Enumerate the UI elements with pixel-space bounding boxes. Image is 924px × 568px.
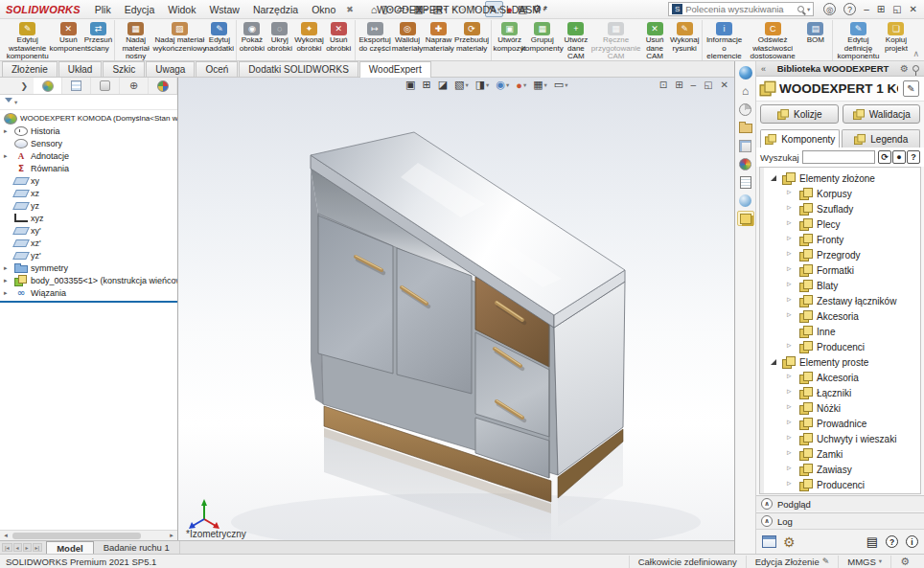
library-tree-item[interactable]: Szuflady — [766, 201, 920, 216]
pin-menu-icon[interactable]: ✚ — [344, 3, 356, 15]
rollback-bar[interactable] — [0, 301, 177, 303]
ribbon-button[interactable]: ◌ Ukryj obróbki — [266, 20, 294, 60]
ribbon-tab[interactable]: Szkic — [103, 61, 145, 77]
search-input[interactable] — [685, 4, 795, 14]
ribbon-button[interactable]: ⇄ Przesuń ściany — [83, 20, 112, 60]
headsup-button[interactable]: ▧ — [452, 79, 471, 91]
library-tree-item[interactable]: Blaty — [766, 278, 920, 293]
chevron-up-icon[interactable]: ∧ — [761, 515, 773, 527]
ribbon-button[interactable]: ▦ Grupuj komponenty — [525, 20, 560, 60]
feature-tree-item[interactable]: ▸ Równania — [0, 162, 177, 174]
ribbon-button[interactable]: ✕ Usuń obróbki — [324, 20, 353, 60]
library-tree-item[interactable]: Formatki — [766, 262, 920, 278]
ribbon-tab[interactable]: Złożenie — [2, 61, 58, 77]
feature-tree-item[interactable]: ▸ yz' — [0, 249, 177, 261]
task-pane-tab[interactable] — [737, 174, 754, 190]
task-pane-tab[interactable] — [737, 156, 754, 171]
headsup-button[interactable]: ▭ — [552, 79, 570, 91]
headsup-button[interactable]: ⊞ — [420, 79, 432, 91]
ribbon-button[interactable]: ▦ Ręczne przygotowanie CAM — [592, 20, 640, 60]
expand-arrow-icon[interactable] — [787, 220, 796, 229]
feature-tree-item[interactable]: ▸ Historia — [0, 125, 177, 137]
task-pane-tab[interactable] — [737, 65, 754, 80]
menu-item[interactable]: Plik — [88, 3, 118, 16]
ribbon-button[interactable]: ▨ Nadaj materiał wykończeniowy — [154, 20, 205, 60]
tree-filter-row[interactable]: ▾ — [0, 95, 177, 110]
collapsible-section[interactable]: ∧ Log — [756, 512, 924, 529]
menu-item[interactable]: Okno — [305, 3, 342, 16]
pin-panel-icon[interactable] — [912, 65, 919, 72]
library-tree-item[interactable]: Prowadnice — [766, 416, 920, 431]
expand-arrow-icon[interactable] — [787, 420, 796, 428]
expand-arrow-icon[interactable] — [787, 389, 796, 398]
expand-arrow-icon[interactable]: ▸ — [4, 261, 12, 274]
library-tab[interactable]: Komponenty — [760, 129, 840, 148]
collapsible-section[interactable]: ∧ Podgląd — [756, 495, 924, 511]
restore-icon[interactable]: ◱ — [892, 4, 901, 14]
feature-tree-item[interactable]: ▸ xy — [0, 174, 177, 187]
featuremanager-tab[interactable]: ⊕ — [120, 78, 149, 94]
horizontal-scrollbar[interactable]: ◂ ▸ — [0, 530, 177, 540]
library-tree-item[interactable]: Korpusy — [766, 186, 920, 201]
menu-item[interactable]: Edycja — [118, 3, 162, 16]
doc-close-icon[interactable]: ✕ — [721, 80, 728, 90]
close-icon[interactable]: ✕ — [910, 4, 917, 14]
refresh-icon[interactable]: ⟳ — [878, 150, 891, 164]
minimize-icon[interactable]: ‒ — [864, 4, 869, 14]
library-tree-item[interactable]: Nóżki — [766, 400, 920, 416]
ribbon-button[interactable]: ▤ BOM — [801, 20, 830, 60]
task-pane-tab[interactable]: ⌂ — [737, 83, 754, 99]
ribbon-button[interactable]: ✦ Wykonaj obróbki — [294, 20, 324, 60]
headsup-button[interactable]: ◉ — [494, 79, 511, 91]
feature-tree-item[interactable]: ▸ xy' — [0, 224, 177, 237]
ribbon-button[interactable]: ✚ Napraw materiały — [423, 20, 454, 60]
collapse-panel-icon[interactable]: « — [761, 64, 766, 74]
status-options-icon[interactable]: ⚙ — [890, 556, 918, 568]
tab-scroll-prev-icon[interactable]: ◂ — [13, 543, 22, 552]
feature-tree-root[interactable]: WOODEXPERT KOMODA (Domyślna<Stan wyświet… — [0, 112, 177, 125]
library-tree-item[interactable]: Elementy złożone — [766, 170, 920, 186]
ribbon-button[interactable]: ▣ Utwórz kompozyt — [491, 20, 524, 60]
graphics-viewport[interactable]: ▣⊞◪▧◨◉●▦▭ ⊡⊞‒◱✕ *Izometryczny — [178, 78, 734, 540]
expand-arrow-icon[interactable] — [787, 404, 796, 413]
user-account-icon[interactable]: ◎ — [823, 3, 836, 15]
library-tree-item[interactable]: Producenci — [766, 339, 920, 354]
model-tab[interactable]: Model — [46, 541, 93, 554]
feature-tree-item[interactable]: ▸ yz — [0, 199, 177, 212]
featuremanager-tab[interactable] — [34, 78, 62, 94]
ribbon-tab[interactable]: Układ — [58, 61, 103, 77]
help-icon[interactable]: ? — [843, 3, 856, 15]
expand-arrow-icon[interactable] — [787, 282, 796, 290]
task-pane-tab[interactable] — [737, 193, 754, 208]
units-selector[interactable]: MMGS▾ — [838, 556, 890, 568]
feature-tree-item[interactable]: ▸ xz' — [0, 237, 177, 249]
ribbon-button[interactable]: ✕ Usuń komponent — [53, 20, 83, 60]
task-pane-tab[interactable] — [737, 138, 754, 153]
ribbon-collapse-icon[interactable]: ∧ — [912, 49, 919, 58]
tab-scroll-first-icon[interactable]: |◂ — [2, 543, 12, 552]
task-pane-tab[interactable] — [737, 102, 754, 117]
library-tree-item[interactable]: Zamki — [766, 446, 920, 462]
task-pane-tab[interactable] — [737, 120, 754, 135]
expand-arrow-icon[interactable] — [787, 251, 796, 260]
library-tree-item[interactable]: Plecy — [766, 216, 920, 232]
ribbon-button[interactable]: ✕ Usuń dane CAM — [639, 20, 669, 60]
library-tree-item[interactable]: Inne — [766, 324, 920, 339]
expand-arrow-icon[interactable] — [787, 450, 796, 459]
library-tree-item[interactable]: Akcesoria — [766, 370, 920, 385]
library-search-input[interactable] — [802, 150, 875, 164]
ribbon-tab[interactable]: WoodExpert — [359, 61, 431, 78]
chevron-up-icon[interactable]: ∧ — [761, 498, 773, 510]
expand-arrow-icon[interactable]: ▸ — [4, 274, 12, 286]
ribbon-button[interactable]: ◎ Waliduj materiały — [392, 20, 423, 60]
doc-restore-icon[interactable]: ◱ — [704, 80, 712, 90]
ribbon-button[interactable]: ✎ Edytuj wstawienie komponentu — [2, 20, 53, 60]
expand-arrow-icon[interactable] — [787, 481, 796, 489]
expand-arrow-icon[interactable]: ▸ — [4, 286, 12, 299]
ribbon-button[interactable]: ✎ Edytuj definicję komponentu — [832, 20, 882, 60]
library-tab[interactable]: Legenda — [842, 129, 921, 148]
feature-tree-item[interactable]: ▸ Sensory — [0, 137, 177, 149]
task-pane-tab[interactable] — [737, 211, 754, 226]
library-tree-item[interactable]: Zawiasy — [766, 462, 920, 477]
menu-item[interactable]: Wstaw — [202, 3, 246, 16]
